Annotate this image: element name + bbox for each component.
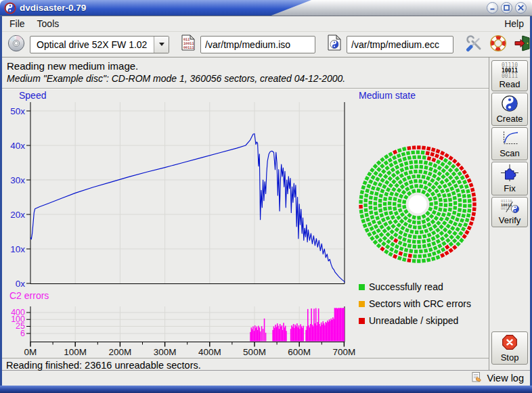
read-button[interactable]: 01110 10011 00111 Read [491, 60, 528, 91]
stop-button[interactable]: Stop [491, 331, 528, 365]
legend-item-unreadable: Unreadable / skipped [359, 315, 458, 326]
read-button-label: Read [499, 79, 520, 89]
medium-state-title: Medium state [359, 90, 416, 101]
svg-text:700M: 700M [333, 347, 356, 357]
legend-green-swatch [359, 284, 365, 290]
svg-text:200M: 200M [109, 347, 132, 357]
toolbar: Optical drive 52X FW 1.02 011 10011 0011… [2, 31, 530, 57]
maximize-icon[interactable] [501, 2, 512, 14]
legend-orange-swatch [359, 301, 365, 307]
iso-file-icon: 011 10011 00111 [181, 34, 196, 54]
disc-icon [7, 34, 25, 55]
window-body: File Tools Help Optical drive 52X FW 1.0… [0, 16, 532, 386]
svg-text:20x: 20x [10, 210, 25, 220]
legend-item-read: Successfully read [359, 281, 443, 292]
chevron-down-icon[interactable] [154, 37, 169, 53]
ecc-file-icon [328, 34, 342, 54]
svg-text:0x: 0x [16, 279, 26, 289]
legend-red-swatch [359, 318, 365, 324]
svg-text:50x: 50x [10, 106, 25, 116]
svg-text:30x: 30x [10, 175, 25, 185]
lifebelt-help-icon[interactable] [489, 34, 507, 55]
scan-button-label: Scan [500, 148, 520, 158]
puzzle-icon [501, 164, 518, 183]
svg-text:300M: 300M [154, 347, 177, 357]
create-button[interactable]: Create [491, 93, 528, 126]
scan-curve-icon [501, 130, 519, 148]
svg-text:600M: 600M [288, 347, 311, 357]
legend-label: Successfully read [369, 281, 443, 292]
verify-compare-icon: 01110 10011 00111 [500, 200, 519, 215]
minimize-icon[interactable] [487, 2, 498, 14]
quit-icon[interactable] [513, 34, 531, 55]
content-area: Reading new medium image. Medium "Exampl… [2, 57, 489, 370]
drive-select[interactable]: Optical drive 52X FW 1.02 [30, 36, 169, 53]
svg-text:0M: 0M [24, 347, 37, 357]
legend-label: Sectors with CRC errors [369, 298, 471, 309]
main-area: Reading new medium image. Medium "Exampl… [2, 57, 530, 370]
fix-button-label: Fix [504, 183, 515, 193]
app-yinyang-icon [4, 2, 16, 16]
fix-button[interactable]: Fix [491, 162, 528, 195]
svg-text:100M: 100M [64, 347, 87, 357]
svg-text:40x: 40x [10, 141, 25, 151]
svg-text:500M: 500M [243, 347, 266, 357]
legend-item-crc: Sectors with CRC errors [359, 298, 471, 309]
drive-select-value: Optical drive 52X FW 1.02 [30, 39, 154, 50]
menu-file[interactable]: File [3, 17, 31, 30]
svg-text:400: 400 [11, 308, 25, 317]
footer-bar: View log [2, 370, 530, 386]
menu-tools[interactable]: Tools [31, 17, 66, 30]
titlebar[interactable]: dvdisaster-0.79 [0, 0, 532, 16]
legend-label: Unreadable / skipped [369, 315, 458, 326]
stop-octagon-icon [502, 334, 518, 352]
stop-button-label: Stop [501, 352, 519, 363]
verify-button[interactable]: 01110 10011 00111 Verify [491, 197, 528, 227]
close-icon[interactable] [515, 2, 527, 14]
svg-text:00111: 00111 [183, 45, 194, 49]
speed-chart-title: Speed [19, 90, 46, 101]
yinyang-icon [502, 95, 518, 114]
window-title: dvdisaster-0.79 [20, 3, 86, 13]
create-button-label: Create [496, 114, 523, 124]
finished-status: Reading finished: 23616 unreadable secto… [2, 358, 489, 371]
preferences-icon[interactable] [466, 34, 483, 55]
window-bottom-border [0, 386, 532, 393]
action-sidebar: 01110 10011 00111 Read Create [489, 57, 530, 370]
iso-path-input[interactable] [200, 36, 315, 53]
ecc-path-input[interactable] [347, 36, 453, 53]
view-log-icon [472, 372, 483, 385]
verify-button-label: Verify [499, 215, 521, 225]
menubar: File Tools Help [2, 16, 530, 31]
binary-read-icon: 01110 10011 00111 [502, 63, 518, 79]
app-window: dvdisaster-0.79 File Tools Help [0, 0, 532, 393]
scan-button[interactable]: Scan [491, 127, 528, 160]
svg-text:400M: 400M [198, 347, 221, 357]
menu-help[interactable]: Help [500, 17, 529, 30]
view-log-button[interactable]: View log [487, 373, 524, 384]
c2-errors-title: C2 errors [9, 290, 49, 301]
svg-text:10x: 10x [10, 244, 25, 254]
